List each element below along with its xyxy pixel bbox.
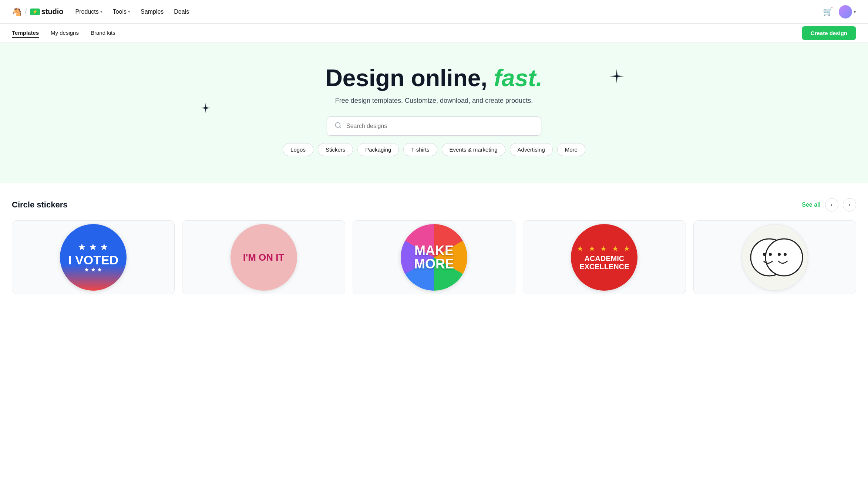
section-nav: See all ‹ › <box>802 198 856 212</box>
tools-chevron-icon: ▾ <box>128 9 130 14</box>
sticker-makemore: MAKEMORE <box>401 224 467 291</box>
sticker-card-voted[interactable]: ★ ★ ★ I VOTED ★ ★ ★ <box>12 220 175 294</box>
sticker-card-academic[interactable]: ★ ★ ★ ★ ★ ACADEMICEXCELLENCE <box>523 220 686 294</box>
nav-deals[interactable]: Deals <box>174 7 189 17</box>
sticker-academic-stars: ★ ★ ★ ★ ★ <box>577 244 632 253</box>
search-icon <box>334 122 342 131</box>
cart-icon[interactable]: 🛒 <box>823 7 833 17</box>
sparkle-left-icon <box>200 102 212 116</box>
sticker-card-faces[interactable] <box>693 220 856 294</box>
sticker-makemore-text: MAKEMORE <box>414 244 454 271</box>
svg-point-4 <box>769 253 772 256</box>
sticker-voted: ★ ★ ★ I VOTED ★ ★ ★ <box>60 224 127 291</box>
pill-tshirts[interactable]: T-shirts <box>403 143 437 156</box>
svg-point-2 <box>766 239 803 276</box>
nav-tools-label: Tools <box>113 9 127 15</box>
avatar-dropdown[interactable]: ▾ <box>839 5 856 18</box>
sticker-card-imonit[interactable]: I'M ON IT <box>182 220 345 294</box>
sticker-card-makemore[interactable]: MAKEMORE <box>353 220 515 294</box>
sticker-imonit: I'M ON IT <box>231 224 297 291</box>
search-input[interactable] <box>346 123 534 129</box>
top-nav: 🐴 / ⚡ studio Products ▾ Tools ▾ Samples <box>0 0 868 24</box>
nav-products-label: Products <box>75 9 99 15</box>
secondary-nav: Templates My designs Brand kits Create d… <box>0 24 868 43</box>
hero-subtitle: Free design templates. Customize, downlo… <box>335 97 533 105</box>
sticker-academic: ★ ★ ★ ★ ★ ACADEMICEXCELLENCE <box>571 224 637 291</box>
search-bar <box>327 116 541 136</box>
avatar[interactable] <box>839 5 852 18</box>
studio-icon: ⚡ <box>30 9 40 15</box>
pill-stickers[interactable]: Stickers <box>318 143 353 156</box>
sticker-grid: ★ ★ ★ I VOTED ★ ★ ★ I'M ON IT MAKEMORE ★… <box>12 220 856 294</box>
nav-brand-kits[interactable]: Brand kits <box>91 28 115 38</box>
hero-title-fast: fast. <box>494 65 543 91</box>
pill-logos[interactable]: Logos <box>283 143 313 156</box>
sticker-voted-sub: ★ ★ ★ <box>84 267 102 273</box>
sparkle-right-icon <box>609 68 625 88</box>
nav-products[interactable]: Products ▾ <box>75 7 102 17</box>
svg-point-5 <box>778 253 781 256</box>
avatar-chevron-icon: ▾ <box>854 9 856 14</box>
studio-text: studio <box>41 7 64 16</box>
secondary-nav-left: Templates My designs Brand kits <box>12 28 115 38</box>
pill-advertising[interactable]: Advertising <box>510 143 553 156</box>
logo-divider: / <box>25 7 27 16</box>
nav-samples[interactable]: Samples <box>141 7 164 17</box>
nav-deals-label: Deals <box>174 9 189 15</box>
hero-title: Design online, fast. <box>326 65 543 91</box>
hero-title-text: Design online, <box>326 65 494 91</box>
pill-more[interactable]: More <box>557 143 585 156</box>
nav-right: 🛒 ▾ <box>823 5 856 18</box>
see-all-link[interactable]: See all <box>802 202 821 208</box>
products-chevron-icon: ▾ <box>100 9 102 14</box>
create-design-button[interactable]: Create design <box>802 26 856 40</box>
nav-templates[interactable]: Templates <box>12 28 39 38</box>
svg-point-6 <box>784 253 787 256</box>
hero-section: Design online, fast. Free design templat… <box>0 43 868 183</box>
section-header: Circle stickers See all ‹ › <box>12 198 856 212</box>
studio-lightning: ⚡ <box>32 9 38 14</box>
prev-button[interactable]: ‹ <box>825 198 838 212</box>
sticker-faces <box>741 224 808 291</box>
pill-packaging[interactable]: Packaging <box>357 143 399 156</box>
svg-point-3 <box>763 253 766 256</box>
sticker-voted-stars: ★ ★ ★ <box>78 243 108 252</box>
nav-my-designs[interactable]: My designs <box>51 28 79 38</box>
next-button[interactable]: › <box>843 198 856 212</box>
sticker-imonit-text: I'M ON IT <box>243 252 285 263</box>
sticker-voted-text: I VOTED <box>68 254 118 266</box>
sticker-faces-svg <box>745 228 804 287</box>
section-title: Circle stickers <box>12 200 67 210</box>
category-pills: Logos Stickers Packaging T-shirts Events… <box>283 143 585 156</box>
logo-horse-icon: 🐴 <box>12 7 22 17</box>
nav-menu: Products ▾ Tools ▾ Samples Deals <box>75 7 189 17</box>
nav-samples-label: Samples <box>141 9 164 15</box>
pill-events[interactable]: Events & marketing <box>442 143 505 156</box>
nav-tools[interactable]: Tools ▾ <box>113 7 130 17</box>
logo[interactable]: 🐴 / ⚡ studio <box>12 7 64 17</box>
circle-stickers-section: Circle stickers See all ‹ › ★ ★ ★ I VOTE… <box>0 183 868 302</box>
sticker-academic-text: ACADEMICEXCELLENCE <box>579 254 629 271</box>
